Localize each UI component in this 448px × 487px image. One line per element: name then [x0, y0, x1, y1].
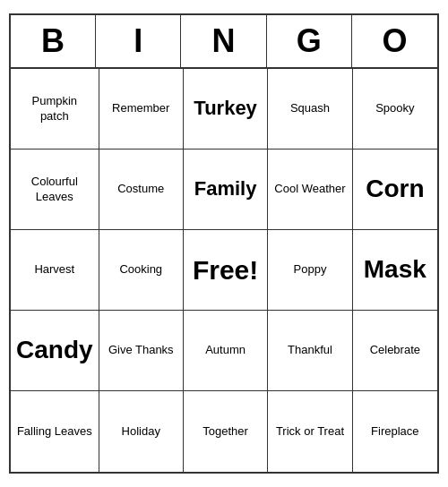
bingo-cell[interactable]: Spooky	[353, 69, 437, 150]
header-letter: I	[96, 15, 181, 67]
bingo-cell[interactable]: Give Thanks	[99, 311, 184, 391]
bingo-header: BINGO	[11, 15, 437, 69]
bingo-cell[interactable]: Falling Leaves	[11, 391, 99, 472]
bingo-cell[interactable]: Candy	[11, 311, 99, 391]
bingo-cell[interactable]: Pumpkin patch	[11, 69, 99, 150]
bingo-cell[interactable]: Thankful	[268, 311, 352, 391]
bingo-cell[interactable]: Costume	[99, 150, 184, 230]
bingo-cell[interactable]: Autumn	[184, 311, 268, 391]
bingo-cell[interactable]: Family	[184, 150, 268, 230]
bingo-cell[interactable]: Squash	[268, 69, 352, 150]
bingo-cell[interactable]: Mask	[353, 230, 437, 311]
bingo-cell[interactable]: Fireplace	[353, 391, 437, 472]
header-letter: G	[267, 15, 352, 67]
bingo-cell[interactable]: Trick or Treat	[268, 391, 352, 472]
bingo-grid: Pumpkin patchRememberTurkeySquashSpookyC…	[11, 69, 437, 472]
header-letter: N	[181, 15, 266, 67]
bingo-cell[interactable]: Together	[184, 391, 268, 472]
bingo-cell[interactable]: Cooking	[99, 230, 184, 311]
bingo-cell[interactable]: Colourful Leaves	[11, 150, 99, 230]
bingo-cell[interactable]: Celebrate	[353, 311, 437, 391]
header-letter: B	[11, 15, 96, 67]
bingo-cell[interactable]: Remember	[99, 69, 184, 150]
bingo-cell[interactable]: Free!	[184, 230, 268, 311]
header-letter: O	[352, 15, 437, 67]
bingo-card: BINGO Pumpkin patchRememberTurkeySquashS…	[9, 13, 439, 474]
bingo-cell[interactable]: Corn	[353, 150, 437, 230]
bingo-cell[interactable]: Harvest	[11, 230, 99, 311]
bingo-cell[interactable]: Cool Weather	[268, 150, 352, 230]
bingo-cell[interactable]: Holiday	[99, 391, 184, 472]
bingo-cell[interactable]: Poppy	[268, 230, 352, 311]
bingo-cell[interactable]: Turkey	[184, 69, 268, 150]
